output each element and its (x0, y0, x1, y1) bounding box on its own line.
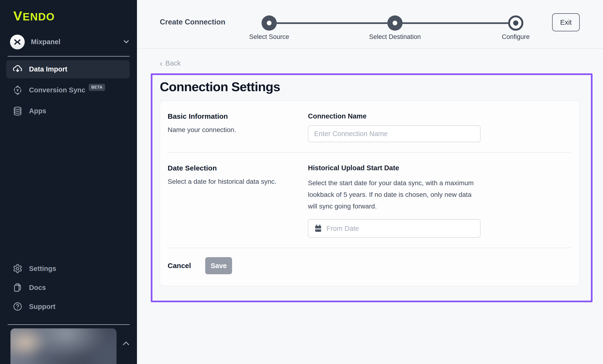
sidebar-item-label: Conversion Sync (29, 86, 85, 94)
cancel-button[interactable]: Cancel (168, 262, 191, 270)
main-content: Create Connection Select Source Select D… (137, 0, 603, 364)
start-date-label: Historical Upload Start Date (308, 164, 571, 172)
from-date-field-wrap (308, 219, 481, 238)
blurred-user-info (11, 328, 116, 364)
step-label-configure: Configure (475, 33, 556, 41)
chevron-up-icon[interactable] (121, 338, 131, 350)
step-select-source-indicator (262, 15, 277, 31)
from-date-input[interactable] (326, 225, 474, 232)
gear-icon (12, 263, 23, 274)
back-label: Back (165, 59, 180, 67)
calendar-icon (314, 224, 322, 232)
sidebar-footer-nav: Settings Docs (0, 261, 137, 318)
sidebar-divider (8, 56, 130, 56)
vendo-logo: VENDO (13, 9, 137, 23)
sidebar-item-label: Settings (29, 265, 56, 273)
workspace-name: Mixpanel (31, 38, 122, 46)
section-description: Select a date for historical data sync. (168, 178, 308, 186)
chevron-left-icon: ‹ (160, 59, 162, 67)
sidebar-item-label: Apps (29, 107, 46, 115)
section-heading: Date Selection (168, 164, 308, 172)
sidebar-item-label: Docs (29, 284, 46, 292)
sidebar-divider (8, 324, 130, 325)
sync-arrows-icon (12, 85, 23, 95)
sidebar: VENDO Mixpanel (0, 0, 137, 364)
sidebar-item-conversion-sync[interactable]: Conversion Sync BETA (6, 81, 130, 99)
form-actions: Cancel Save (160, 248, 580, 286)
chevron-down-icon (122, 37, 130, 46)
workspace-switcher[interactable]: Mixpanel (10, 34, 130, 50)
help-icon (12, 301, 23, 312)
section-description: Name your connection. (168, 126, 308, 134)
start-date-help-text: Select the start date for your data sync… (308, 177, 474, 212)
step-label-select-source: Select Source (229, 33, 310, 41)
sidebar-item-label: Support (29, 303, 55, 310)
section-heading: Basic Information (168, 112, 308, 120)
step-connector (403, 22, 508, 24)
connection-name-field-wrap (308, 125, 481, 142)
connection-name-input[interactable] (314, 130, 474, 138)
docs-icon (12, 282, 23, 293)
date-selection-section: Date Selection Select a date for histori… (160, 153, 580, 248)
settings-card: Basic Information Name your connection. … (160, 100, 580, 286)
user-profile-card[interactable] (11, 328, 116, 364)
beta-badge: BETA (89, 84, 105, 91)
save-button[interactable]: Save (205, 257, 232, 274)
basic-information-section: Basic Information Name your connection. … (160, 101, 580, 152)
app-window: VENDO Mixpanel (0, 0, 603, 364)
exit-button[interactable]: Exit (552, 13, 580, 31)
sidebar-spacer (0, 123, 137, 257)
mixpanel-avatar (10, 35, 25, 49)
cloud-download-icon (12, 64, 23, 75)
database-icon (12, 106, 23, 116)
page-title: Connection Settings (160, 79, 591, 94)
wizard-title: Create Connection (160, 18, 225, 26)
sidebar-item-apps[interactable]: Apps (6, 102, 130, 120)
sidebar-item-settings[interactable]: Settings (6, 261, 130, 276)
connection-settings-panel: Connection Settings Basic Information Na… (151, 73, 592, 302)
mixpanel-logo-icon (13, 37, 22, 46)
sidebar-item-data-import[interactable]: Data Import (6, 60, 130, 78)
sidebar-item-support[interactable]: Support (6, 299, 130, 314)
step-label-select-destination: Select Destination (355, 33, 435, 41)
step-select-destination-indicator (387, 15, 403, 31)
wizard-header: Create Connection Select Source Select D… (137, 0, 603, 49)
sidebar-item-label: Data Import (29, 65, 67, 73)
sidebar-item-docs[interactable]: Docs (6, 280, 130, 295)
sidebar-nav: Data Import Conversion Sync BETA (0, 60, 137, 123)
step-connector (277, 22, 387, 24)
step-configure-indicator (508, 15, 523, 31)
back-link[interactable]: ‹ Back (160, 59, 181, 67)
user-area (11, 328, 137, 364)
connection-name-label: Connection Name (308, 112, 571, 120)
